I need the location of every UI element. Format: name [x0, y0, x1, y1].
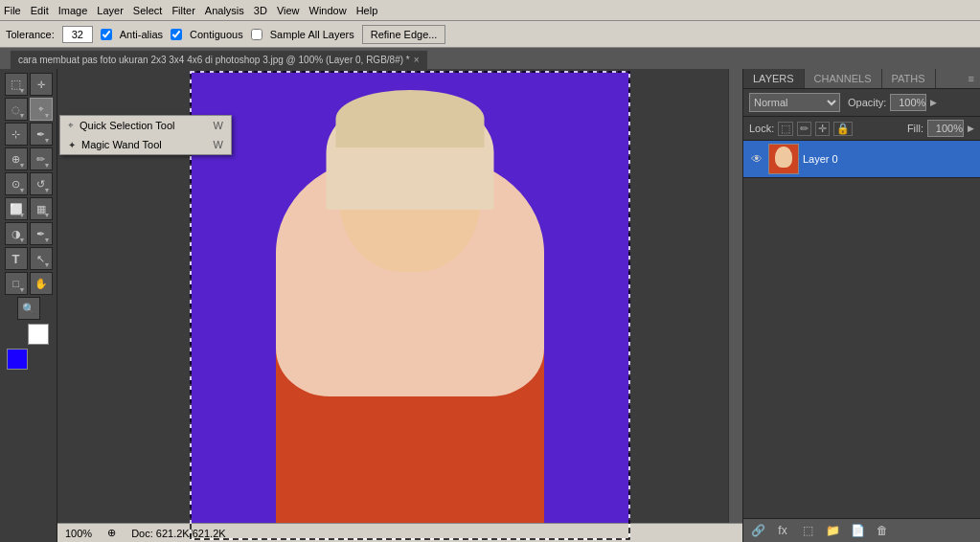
eye-icon[interactable]: 👁 — [751, 152, 763, 166]
blend-mode-select[interactable]: Normal Dissolve Multiply Screen Overlay — [749, 93, 840, 112]
tab-paths[interactable]: PATHS — [882, 69, 936, 88]
opacity-input[interactable] — [890, 94, 926, 111]
magic-wand-shortcut: W — [214, 139, 223, 150]
tool-row-7: ◑ ▼ ✒ ▼ — [5, 222, 53, 245]
history-brush-tool[interactable]: ↺ ▼ — [30, 172, 53, 195]
opacity-arrow[interactable]: ▶ — [930, 98, 937, 107]
vertical-scrollbar[interactable] — [728, 69, 742, 542]
zoom-tool[interactable]: 🔍 — [17, 297, 40, 320]
menu-layer[interactable]: Layer — [97, 5, 124, 16]
gradient-tool[interactable]: ▦ ▼ — [30, 197, 53, 220]
tool-dropdown: ⌖ Quick Selection Tool W ✦ Magic Wand To… — [59, 115, 232, 155]
panel-tab-bar: LAYERS CHANNELS PATHS ≡ — [743, 69, 980, 89]
layer-name: Layer 0 — [803, 153, 974, 165]
layer-styles-button[interactable]: fx — [772, 522, 793, 539]
link-layers-button[interactable]: 🔗 — [747, 522, 768, 539]
tool-row-2: ◌ ▼ ⌖ ▼ — [5, 98, 53, 121]
menu-image[interactable]: Image — [58, 5, 88, 16]
fill-arrow[interactable]: ▶ — [968, 124, 974, 133]
tolerance-input[interactable] — [62, 26, 93, 43]
shape-tool[interactable]: □ ▼ — [5, 272, 28, 295]
path-select-tool[interactable]: ↖ ▼ — [30, 247, 53, 270]
marquee-tool[interactable]: ⬚ ▼ — [5, 73, 28, 96]
right-panel: LAYERS CHANNELS PATHS ≡ Normal Dissolve … — [742, 69, 980, 542]
menu-select[interactable]: Select — [133, 5, 163, 16]
opacity-label: Opacity: — [848, 97, 886, 108]
lock-position-icon[interactable]: ✛ — [815, 122, 830, 136]
menu-filter[interactable]: Filter — [171, 5, 194, 16]
text-tool[interactable]: T — [5, 247, 28, 270]
magic-wand-icon: ✦ — [68, 140, 76, 150]
brush-tool[interactable]: ✏ ▼ — [30, 147, 53, 170]
doc-size: Doc: 621.2K/621.2K — [131, 528, 225, 539]
refine-edge-button[interactable]: Refine Edge... — [362, 25, 446, 44]
sample-all-checkbox[interactable] — [251, 29, 262, 40]
quick-selection-option[interactable]: ⌖ Quick Selection Tool W — [60, 116, 231, 135]
options-bar: Tolerance: Anti-alias Contiguous Sample … — [0, 21, 980, 48]
eraser-tool[interactable]: ⬜ ▼ — [5, 197, 28, 220]
menu-analysis[interactable]: Analysis — [205, 5, 244, 16]
menu-edit[interactable]: Edit — [31, 5, 49, 16]
delete-layer-button[interactable]: 🗑 — [872, 522, 893, 539]
healing-tool[interactable]: ⊕ ▼ — [5, 147, 28, 170]
menu-view[interactable]: View — [277, 5, 300, 16]
quick-selection-shortcut: W — [214, 120, 223, 131]
menu-bar: File Edit Image Layer Select Filter Anal… — [0, 0, 980, 21]
menu-window[interactable]: Window — [309, 5, 347, 16]
magic-wand-option[interactable]: ✦ Magic Wand Tool W — [60, 135, 231, 154]
crop-tool[interactable]: ⊹ — [5, 123, 28, 146]
main-area: ⬚ ▼ ✛ ◌ ▼ ⌖ ▼ ⊹ ✒ ▼ — [0, 69, 980, 542]
lasso-tool[interactable]: ◌ ▼ — [5, 98, 28, 121]
layer-visibility-toggle[interactable]: 👁 — [749, 152, 764, 166]
dodge-tool[interactable]: ◑ ▼ — [5, 222, 28, 245]
sample-all-label: Sample All Layers — [270, 29, 354, 40]
create-group-button[interactable]: 📁 — [822, 522, 843, 539]
pen-tool[interactable]: ✒ ▼ — [30, 222, 53, 245]
menu-help[interactable]: Help — [356, 5, 378, 16]
layer-bottom-bar: 🔗 fx ⬚ 📁 📄 🗑 — [743, 518, 980, 542]
antialias-checkbox[interactable] — [101, 29, 112, 40]
fill-input[interactable] — [927, 120, 964, 137]
tab-channels[interactable]: CHANNELS — [805, 69, 882, 88]
eyedropper-tool[interactable]: ✒ ▼ — [30, 123, 53, 146]
canvas-wrapper — [190, 71, 630, 540]
canvas-area: ⌖ Quick Selection Tool W ✦ Magic Wand To… — [57, 69, 742, 542]
lock-image-icon[interactable]: ✏ — [797, 122, 811, 136]
contiguous-label: Contiguous — [190, 29, 243, 40]
lock-fill-row: Lock: ⬚ ✏ ✛ 🔒 Fill: ▶ — [743, 117, 980, 141]
quick-selection-tool[interactable]: ⌖ ▼ — [30, 98, 53, 121]
new-layer-button[interactable]: 📄 — [847, 522, 868, 539]
tool-row-10: 🔍 — [17, 297, 40, 320]
blend-opacity-row: Normal Dissolve Multiply Screen Overlay … — [743, 89, 980, 117]
canvas-image — [190, 71, 630, 540]
stamp-tool[interactable]: ⊙ ▼ — [5, 172, 28, 195]
tool-row-4: ⊕ ▼ ✏ ▼ — [5, 147, 53, 170]
contiguous-checkbox[interactable] — [171, 29, 182, 40]
lock-all-icon[interactable]: 🔒 — [833, 122, 853, 136]
move-tool[interactable]: ✛ — [30, 73, 53, 96]
lock-label: Lock: — [749, 123, 774, 134]
foreground-color-swatch[interactable] — [7, 349, 28, 370]
background-color-swatch[interactable] — [28, 324, 49, 345]
person-figure — [233, 76, 587, 540]
tool-row-9: □ ▼ ✋ — [5, 272, 53, 295]
tool-row-5: ⊙ ▼ ↺ ▼ — [5, 172, 53, 195]
fill-row: Fill: ▶ — [907, 120, 974, 137]
menu-3d[interactable]: 3D — [254, 5, 267, 16]
lock-transparent-icon[interactable]: ⬚ — [778, 122, 793, 136]
tab-bar: cara membuat pas foto ukuran 2x3 3x4 4x6… — [0, 48, 980, 69]
hand-tool[interactable]: ✋ — [30, 272, 53, 295]
layer-item[interactable]: 👁 Layer 0 — [743, 141, 980, 178]
panel-menu-icon[interactable]: ≡ — [963, 69, 980, 88]
zoom-fit-icon[interactable]: ⊕ — [107, 527, 116, 539]
quick-selection-label: Quick Selection Tool — [80, 120, 174, 131]
menu-file[interactable]: File — [4, 5, 21, 16]
document-tab[interactable]: cara membuat pas foto ukuran 2x3 3x4 4x6… — [10, 50, 428, 69]
add-mask-button[interactable]: ⬚ — [797, 522, 818, 539]
layer-thumbnail — [768, 144, 799, 174]
magic-wand-label: Magic Wand Tool — [81, 139, 162, 150]
left-toolbar: ⬚ ▼ ✛ ◌ ▼ ⌖ ▼ ⊹ ✒ ▼ — [0, 69, 57, 542]
tab-layers[interactable]: LAYERS — [743, 69, 805, 88]
fill-label: Fill: — [907, 123, 923, 134]
close-icon[interactable]: × — [414, 55, 420, 65]
